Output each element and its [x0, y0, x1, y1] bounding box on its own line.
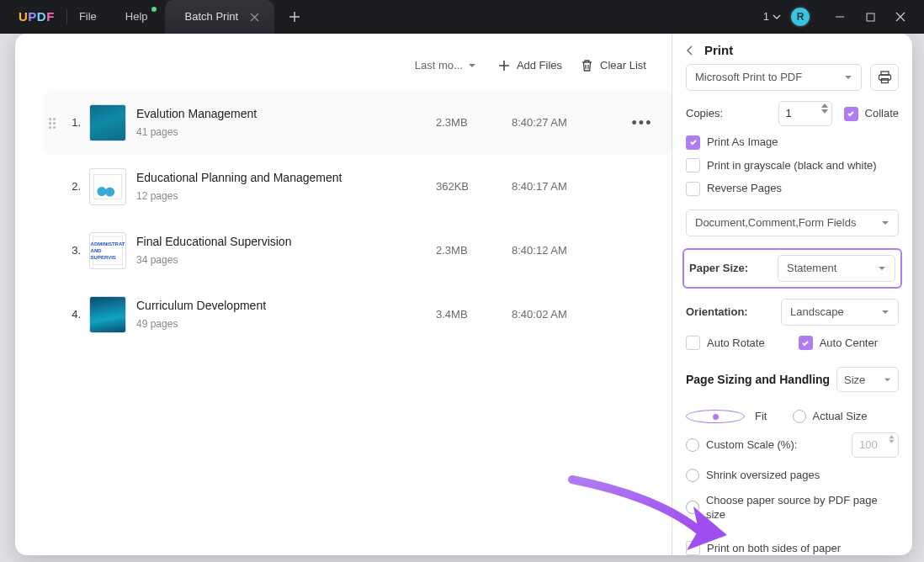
paper-size-row: Paper Size: Statement: [682, 248, 902, 289]
file-size: 2.3MB: [436, 243, 512, 258]
stepper-arrows[interactable]: [889, 435, 895, 443]
print-content-select[interactable]: Document,Comment,Form Fields: [686, 209, 899, 236]
clear-list-button[interactable]: Clear List: [581, 58, 646, 73]
actual-size-radio[interactable]: Actual Size: [793, 409, 900, 424]
reverse-pages-checkbox[interactable]: Reverse Pages: [686, 181, 899, 196]
radio-icon: [793, 410, 806, 423]
file-time: 8:40:02 AM: [512, 307, 629, 322]
checkbox-icon: [686, 135, 700, 150]
chevron-left-icon: [686, 45, 694, 56]
radio-icon: [686, 501, 699, 514]
grayscale-checkbox[interactable]: Print in grayscale (black and white): [686, 158, 899, 173]
new-tab-button[interactable]: [286, 8, 303, 25]
file-thumbnail: ADMINISTRATANDSUPERVIS: [89, 232, 126, 269]
title-bar: UPDF File Help Batch Print 1 R: [0, 0, 924, 34]
chevron-down-icon: [884, 376, 891, 384]
copies-label: Copies:: [686, 106, 723, 121]
list-item[interactable]: 2. Educational Planning and Management 1…: [44, 155, 672, 219]
list-item[interactable]: 1. Evalution Management 41 pages 2.3MB 8…: [44, 91, 672, 155]
svg-rect-3: [881, 79, 888, 83]
list-item[interactable]: 4. Curriculum Development 49 pages 3.4MB…: [44, 283, 672, 347]
paper-size-select[interactable]: Statement: [778, 255, 895, 282]
radio-icon: [686, 410, 745, 423]
chevron-down-icon: [468, 61, 476, 70]
file-time: 8:40:27 AM: [512, 115, 629, 130]
minimize-button[interactable]: [825, 0, 855, 34]
auto-rotate-checkbox[interactable]: Auto Rotate: [686, 336, 765, 351]
chevron-down-icon: [881, 308, 889, 316]
print-button[interactable]: [870, 64, 899, 91]
menu-help[interactable]: Help: [125, 9, 148, 24]
collate-checkbox[interactable]: Collate: [844, 106, 899, 121]
file-thumbnail: [89, 296, 126, 333]
trash-icon: [581, 59, 593, 72]
custom-scale-input[interactable]: [852, 437, 886, 453]
back-button[interactable]: [686, 45, 698, 56]
chevron-down-icon: [881, 219, 889, 227]
print-panel: Print Microsoft Print to PDF Copies:: [672, 34, 912, 555]
item-index: 4.: [62, 307, 81, 322]
sort-select[interactable]: Last mo...: [415, 58, 476, 73]
menu-file[interactable]: File: [79, 9, 97, 24]
plus-icon: [498, 60, 510, 72]
file-name: Final Educational Supervision: [136, 234, 436, 250]
open-files-counter[interactable]: 1: [763, 9, 781, 24]
fit-radio[interactable]: Fit: [686, 409, 793, 424]
file-size: 2.3MB: [436, 115, 512, 130]
checkbox-icon: [686, 336, 700, 350]
file-pages: 12 pages: [136, 189, 436, 203]
drag-handle-icon[interactable]: [49, 118, 61, 129]
more-button[interactable]: •••: [629, 113, 655, 133]
printer-select[interactable]: Microsoft Print to PDF: [686, 64, 862, 91]
svg-rect-0: [867, 13, 874, 21]
chevron-down-icon: [844, 73, 852, 82]
close-window-button[interactable]: [885, 0, 916, 34]
separator: [66, 9, 67, 24]
shrink-radio[interactable]: Shrink oversized pages: [686, 468, 899, 483]
file-time: 8:40:12 AM: [512, 243, 629, 258]
chevron-down-icon: [773, 13, 781, 21]
file-size: 3.4MB: [436, 307, 512, 322]
duplex-checkbox[interactable]: Print on both sides of paper: [686, 541, 899, 555]
checkbox-icon: [686, 182, 700, 196]
print-as-image-checkbox[interactable]: Print As Image: [686, 135, 899, 150]
avatar[interactable]: R: [789, 6, 811, 28]
file-pages: 49 pages: [136, 317, 436, 331]
file-time: 8:40:17 AM: [512, 179, 629, 194]
list-item[interactable]: 3. ADMINISTRATANDSUPERVIS Final Educatio…: [44, 219, 672, 283]
maximize-button[interactable]: [855, 0, 885, 34]
paper-source-radio[interactable]: Choose paper source by PDF page size: [686, 493, 899, 522]
checkbox-icon: [844, 107, 858, 121]
copies-stepper[interactable]: [778, 101, 832, 126]
checkbox-icon: [686, 541, 700, 555]
item-index: 3.: [62, 243, 81, 258]
sizing-select[interactable]: Size: [836, 367, 899, 392]
orientation-select[interactable]: Landscape: [781, 299, 899, 326]
chevron-down-icon: [878, 264, 886, 273]
checkbox-icon: [686, 158, 700, 172]
paper-size-label: Paper Size:: [689, 261, 769, 276]
stepper-arrows[interactable]: [821, 103, 828, 114]
file-size: 362KB: [436, 179, 512, 194]
notification-dot-icon: [151, 7, 157, 12]
file-name: Curriculum Development: [136, 298, 436, 314]
app-logo: UPDF: [19, 8, 55, 25]
orientation-label: Orientation:: [686, 305, 773, 320]
custom-scale-stepper[interactable]: [852, 432, 899, 458]
panel-title: Print: [704, 42, 733, 59]
tab-batch-print[interactable]: Batch Print: [165, 0, 275, 34]
file-pages: 34 pages: [136, 253, 436, 267]
file-pages: 41 pages: [136, 125, 436, 139]
custom-scale-radio[interactable]: Custom Scale (%):: [686, 437, 845, 453]
auto-center-checkbox[interactable]: Auto Center: [799, 336, 878, 351]
radio-icon: [686, 438, 699, 452]
file-list-pane: Last mo... Add Files Clear List 1.: [15, 34, 672, 555]
radio-icon: [686, 469, 699, 482]
close-tab-icon[interactable]: [250, 13, 259, 22]
file-name: Educational Planning and Management: [136, 170, 436, 186]
sizing-title: Page Sizing and Handling: [686, 372, 830, 388]
copies-input[interactable]: [779, 105, 820, 122]
printer-icon: [878, 71, 892, 84]
add-files-button[interactable]: Add Files: [498, 58, 562, 73]
item-index: 2.: [62, 179, 81, 194]
